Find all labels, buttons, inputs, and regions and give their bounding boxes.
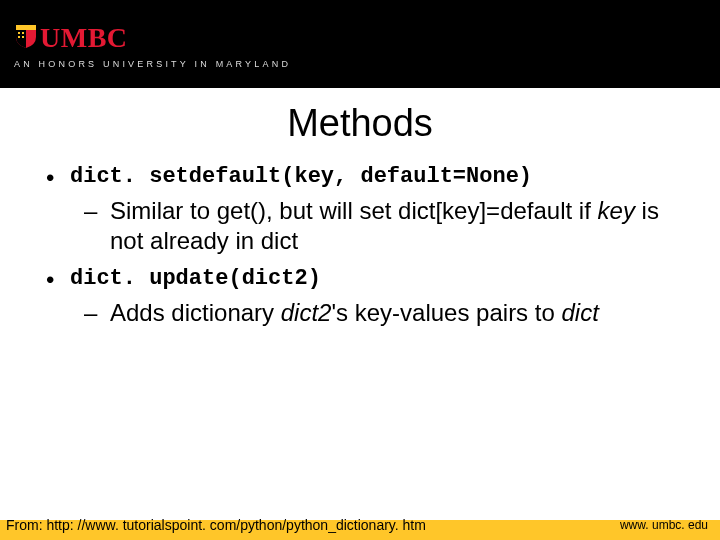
description-text: Adds dictionary dict2's key-values pairs… bbox=[110, 298, 599, 329]
dash-icon: – bbox=[84, 298, 110, 329]
svg-rect-1 bbox=[18, 32, 20, 34]
tagline: AN HONORS UNIVERSITY IN MARYLAND bbox=[14, 59, 706, 69]
svg-rect-4 bbox=[22, 36, 24, 38]
code-text: dict. update(dict2) bbox=[70, 265, 321, 293]
dash-icon: – bbox=[84, 196, 110, 227]
bullet-item: • dict. setdefault(key, default=None) – … bbox=[44, 163, 680, 257]
content: • dict. setdefault(key, default=None) – … bbox=[0, 163, 720, 540]
code-text: dict. setdefault(key, default=None) bbox=[70, 163, 532, 191]
description-text: Similar to get(), but will set dict[key]… bbox=[110, 196, 680, 257]
source-text: From: http: //www. tutorialspoint. com/p… bbox=[6, 517, 426, 533]
logo-text: UMBC bbox=[40, 24, 128, 52]
slide: UMBC AN HONORS UNIVERSITY IN MARYLAND Me… bbox=[0, 0, 720, 540]
svg-rect-3 bbox=[18, 36, 20, 38]
sub-bullet-item: – Similar to get(), but will set dict[ke… bbox=[84, 196, 680, 257]
svg-rect-2 bbox=[22, 32, 24, 34]
svg-rect-0 bbox=[16, 25, 36, 30]
header-bar: UMBC AN HONORS UNIVERSITY IN MARYLAND bbox=[0, 0, 720, 88]
logo: UMBC bbox=[14, 23, 706, 53]
bullet-dot-icon: • bbox=[44, 265, 70, 296]
sub-bullet-item: – Adds dictionary dict2's key-values pai… bbox=[84, 298, 680, 329]
shield-icon bbox=[14, 23, 38, 53]
slide-title: Methods bbox=[0, 102, 720, 145]
bullet-item: • dict. update(dict2) – Adds dictionary … bbox=[44, 265, 680, 328]
footer: From: http: //www. tutorialspoint. com/p… bbox=[0, 514, 720, 540]
site-url: www. umbc. edu bbox=[620, 518, 708, 532]
bullet-dot-icon: • bbox=[44, 163, 70, 194]
